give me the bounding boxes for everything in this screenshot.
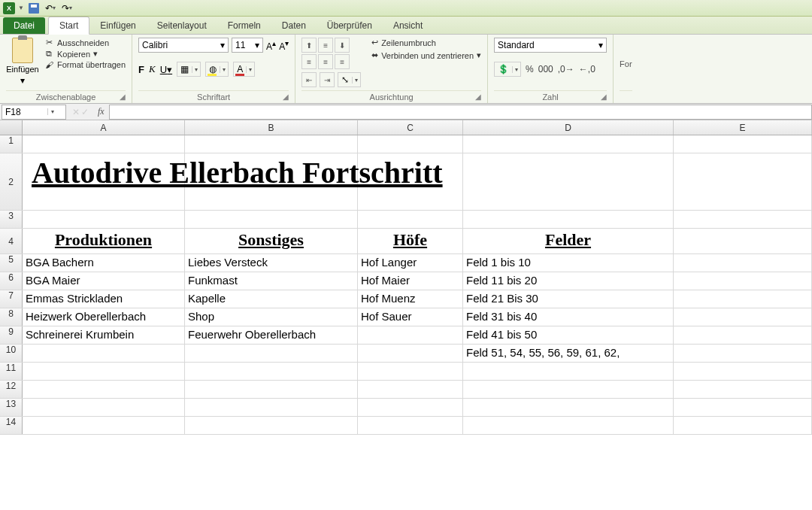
cell[interactable]	[674, 363, 812, 380]
cell[interactable]	[674, 308, 812, 326]
font-color-button[interactable]: A▾	[233, 62, 255, 77]
row-header[interactable]: 9	[0, 326, 23, 344]
name-box-input[interactable]	[2, 107, 47, 117]
align-left-button[interactable]: ≡	[301, 54, 317, 69]
cell[interactable]	[23, 381, 185, 398]
cell[interactable]: Hof Maier	[358, 272, 463, 290]
font-size-select[interactable]: 11▾	[232, 38, 263, 53]
col-header-A[interactable]: A	[23, 120, 185, 135]
name-box[interactable]: ▾	[2, 105, 66, 120]
align-bottom-button[interactable]: ⬇	[335, 38, 350, 53]
cell[interactable]	[463, 135, 674, 153]
cell[interactable]: Hof Sauer	[358, 308, 463, 326]
cell[interactable]	[674, 417, 812, 434]
cell[interactable]	[674, 229, 812, 253]
italic-button[interactable]: K	[149, 63, 156, 75]
cell[interactable]	[463, 211, 674, 228]
tab-start[interactable]: Start	[48, 17, 89, 35]
cell[interactable]: Feld 1 bis 10	[463, 254, 674, 272]
cell[interactable]	[185, 381, 358, 398]
border-button[interactable]: ▦▾	[177, 62, 201, 77]
worksheet-grid[interactable]: A B C D E 1 2 Autodrive Ellerbach Fortsc…	[0, 120, 812, 435]
tab-data[interactable]: Daten	[271, 17, 317, 34]
cell[interactable]: Feuerwehr Oberellerbach	[185, 326, 358, 344]
cell[interactable]	[674, 153, 812, 210]
cell[interactable]: Schreinerei Krumbein	[23, 326, 185, 344]
cell[interactable]	[23, 135, 185, 153]
row-header[interactable]: 5	[0, 254, 23, 272]
row-header[interactable]: 6	[0, 272, 23, 290]
cancel-formula-button[interactable]: ✕	[72, 107, 80, 117]
decrease-indent-button[interactable]: ⇤	[301, 72, 317, 87]
row-header[interactable]: 7	[0, 290, 23, 308]
column-header-produktionen[interactable]: Produktionen	[23, 229, 185, 253]
column-header-hoefe[interactable]: Höfe	[358, 229, 463, 253]
cell[interactable]	[674, 254, 812, 272]
confirm-formula-button[interactable]: ✓	[81, 107, 89, 117]
font-name-select[interactable]: Calibri▾	[138, 38, 229, 53]
cell[interactable]	[674, 290, 812, 308]
column-header-felder[interactable]: Felder	[463, 229, 674, 253]
merge-center-button[interactable]: ⬌Verbinden und zentrieren ▾	[371, 50, 481, 60]
cell[interactable]	[674, 399, 812, 416]
row-header[interactable]: 13	[0, 399, 23, 416]
align-right-button[interactable]: ≡	[335, 54, 350, 69]
dialog-launcher-icon[interactable]: ◢	[120, 93, 126, 101]
col-header-E[interactable]: E	[674, 120, 812, 135]
underline-button[interactable]: U▾	[160, 64, 172, 75]
cell[interactable]	[185, 345, 358, 362]
percent-button[interactable]: %	[526, 64, 534, 74]
row-header[interactable]: 1	[0, 135, 23, 153]
cell[interactable]: BGA Bachern	[23, 254, 185, 272]
bold-button[interactable]: F	[138, 64, 144, 75]
increase-font-button[interactable]: A▴	[266, 39, 276, 52]
cell[interactable]: BGA Maier	[23, 272, 185, 290]
cell[interactable]	[463, 417, 674, 434]
tab-file[interactable]: Datei	[3, 17, 45, 34]
cell[interactable]: Kapelle	[185, 290, 358, 308]
cell[interactable]: Emmas Strickladen	[23, 290, 185, 308]
save-button[interactable]	[27, 2, 41, 15]
cell[interactable]: Funkmast	[185, 272, 358, 290]
cell[interactable]	[358, 363, 463, 380]
row-header[interactable]: 10	[0, 345, 23, 362]
select-all-button[interactable]	[0, 120, 23, 135]
tab-formulas[interactable]: Formeln	[217, 17, 271, 34]
cell[interactable]	[463, 381, 674, 398]
row-header[interactable]: 14	[0, 417, 23, 434]
chevron-down-icon[interactable]: ▾	[47, 108, 57, 115]
cell[interactable]: Feld 31 bis 40	[463, 308, 674, 326]
cell[interactable]: Shop	[185, 308, 358, 326]
cell[interactable]	[674, 272, 812, 290]
cell[interactable]	[358, 135, 463, 153]
accounting-format-button[interactable]: 💲▾	[494, 62, 521, 77]
cell[interactable]	[23, 399, 185, 416]
tab-review[interactable]: Überprüfen	[317, 17, 383, 34]
cell[interactable]: Heizwerk Oberellerbach	[23, 308, 185, 326]
cut-button[interactable]: ✂Ausschneiden	[44, 38, 126, 47]
row-header[interactable]: 3	[0, 211, 23, 228]
col-header-B[interactable]: B	[185, 120, 358, 135]
row-header[interactable]: 11	[0, 363, 23, 380]
align-center-button[interactable]: ≡	[318, 54, 333, 69]
comma-style-button[interactable]: 000	[538, 64, 553, 74]
cell[interactable]	[463, 363, 674, 380]
dialog-launcher-icon[interactable]: ◢	[283, 93, 289, 101]
row-header[interactable]: 2	[0, 153, 23, 210]
cell[interactable]	[185, 363, 358, 380]
cell[interactable]	[358, 345, 463, 362]
cell[interactable]	[358, 399, 463, 416]
cell[interactable]: Feld 41 bis 50	[463, 326, 674, 344]
cell[interactable]: Feld 11 bis 20	[463, 272, 674, 290]
cell[interactable]	[185, 417, 358, 434]
col-header-D[interactable]: D	[463, 120, 674, 135]
cell[interactable]	[185, 211, 358, 228]
column-header-sonstiges[interactable]: Sonstiges	[185, 229, 358, 253]
cell[interactable]	[358, 417, 463, 434]
increase-indent-button[interactable]: ⇥	[320, 72, 335, 87]
cell[interactable]: Feld 21 Bis 30	[463, 290, 674, 308]
cell[interactable]	[674, 381, 812, 398]
cell[interactable]	[23, 211, 185, 228]
cell[interactable]	[23, 363, 185, 380]
align-top-button[interactable]: ⬆	[301, 38, 317, 53]
